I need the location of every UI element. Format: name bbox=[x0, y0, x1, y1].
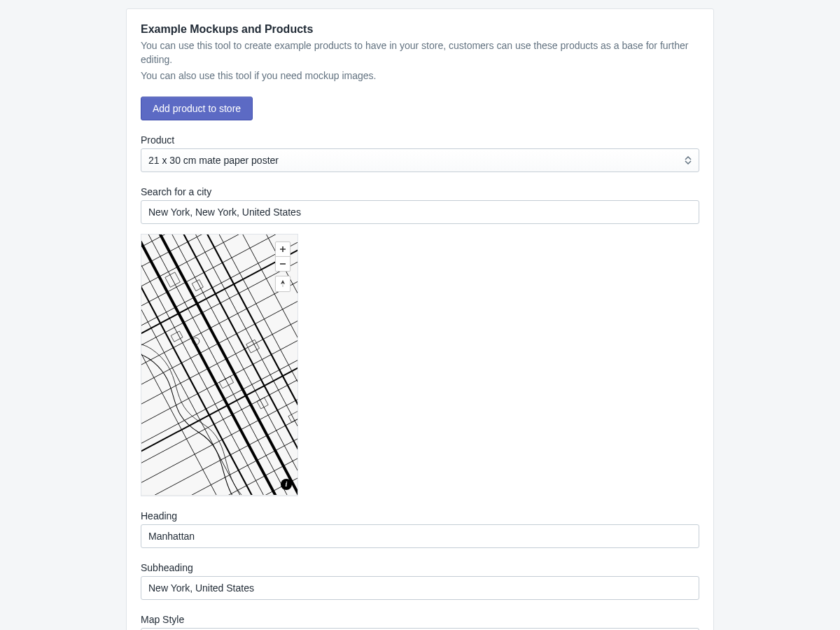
subheading-input[interactable] bbox=[141, 576, 699, 600]
map-preview[interactable]: i bbox=[141, 234, 298, 496]
map-style-group: Map Style Classic bbox=[141, 614, 699, 630]
page-desc-1: You can use this tool to create example … bbox=[141, 38, 699, 67]
subheading-label: Subheading bbox=[141, 562, 699, 573]
search-input[interactable] bbox=[141, 200, 699, 224]
map-controls bbox=[275, 241, 290, 292]
info-icon[interactable]: i bbox=[281, 479, 292, 490]
product-select-value: 21 x 30 cm mate paper poster bbox=[148, 153, 678, 167]
product-group: Product 21 x 30 cm mate paper poster bbox=[141, 134, 699, 172]
settings-card: Example Mockups and Products You can use… bbox=[126, 8, 714, 630]
minus-icon bbox=[279, 260, 286, 267]
search-label: Search for a city bbox=[141, 186, 699, 197]
add-product-button[interactable]: Add product to store bbox=[141, 97, 253, 120]
page-title: Example Mockups and Products bbox=[141, 23, 699, 36]
product-select[interactable]: 21 x 30 cm mate paper poster bbox=[141, 148, 699, 172]
compass-icon bbox=[279, 279, 286, 288]
zoom-out-button[interactable] bbox=[275, 256, 290, 272]
compass-button[interactable] bbox=[275, 276, 290, 292]
heading-label: Heading bbox=[141, 510, 699, 522]
plus-icon bbox=[279, 246, 286, 253]
map-style-label: Map Style bbox=[141, 614, 699, 625]
subheading-group: Subheading bbox=[141, 562, 699, 600]
chevron-updown-icon bbox=[685, 156, 692, 164]
zoom-in-button[interactable] bbox=[275, 241, 290, 257]
page-desc-2: You can also use this tool if you need m… bbox=[141, 69, 699, 83]
map-art bbox=[141, 234, 298, 495]
svg-rect-44 bbox=[282, 284, 283, 287]
heading-group: Heading bbox=[141, 510, 699, 548]
product-label: Product bbox=[141, 134, 699, 146]
heading-input[interactable] bbox=[141, 524, 699, 548]
search-group: Search for a city bbox=[141, 186, 699, 224]
